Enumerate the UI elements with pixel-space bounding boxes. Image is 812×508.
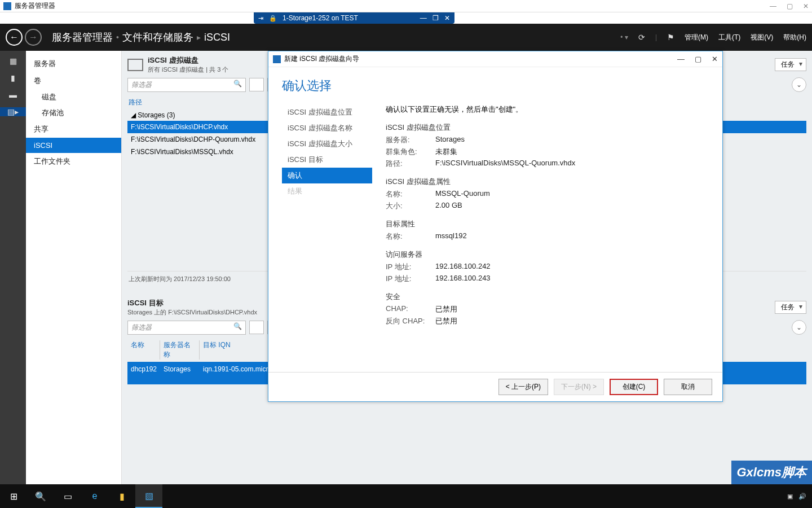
separator: | (655, 33, 657, 41)
iscsi-wizard-dialog: 新建 iSCSI 虚拟磁盘向导 — ▢ ✕ 确认选择 iSCSI 虚拟磁盘位置 … (268, 51, 723, 402)
search-icon[interactable]: 🔍 (27, 484, 54, 508)
col-server[interactable]: 服务器名称 (160, 340, 200, 360)
nav-volumes[interactable]: 卷 (26, 72, 121, 89)
refresh-icon[interactable]: ⟳ (638, 33, 645, 42)
close-icon[interactable]: ✕ (803, 2, 809, 10)
taskview-icon[interactable]: ▭ (54, 484, 81, 508)
lock-icon: 🔒 (269, 15, 277, 22)
wizard-title: 新建 iSCSI 虚拟磁盘向导 (284, 54, 359, 64)
nav-pools[interactable]: 存储池 (26, 105, 121, 121)
app-icon (3, 2, 11, 10)
step-target[interactable]: iSCSI 目标 (282, 152, 372, 168)
menu-help[interactable]: 帮助(H) (783, 33, 806, 42)
taskbar: ⊞ 🔍 ▭ e ▮ ▧ ▣ 🔊 (0, 484, 812, 508)
nav-back-button[interactable]: ← (6, 29, 23, 46)
next-button: 下一步(N) > (554, 379, 604, 395)
wizard-icon (273, 55, 281, 63)
watermark: Gxlcms脚本 (731, 461, 813, 484)
targets-subtitle: Storages 上的 F:\iSCSIVirtualDisks\DHCP.vh… (127, 308, 257, 317)
wizard-steps: iSCSI 虚拟磁盘位置 iSCSI 虚拟磁盘名称 iSCSI 虚拟磁盘大小 i… (282, 104, 372, 366)
menu-manage[interactable]: 管理(M) (685, 33, 708, 42)
breadcrumb: 服务器管理器 • 文件和存储服务 ▸ iSCSI (52, 30, 230, 44)
vm-restore-icon[interactable]: ❐ (433, 14, 439, 22)
panel-title: iSCSI 虚拟磁盘 (148, 55, 228, 65)
server-manager-header: ← → 服务器管理器 • 文件和存储服务 ▸ iSCSI • ▾ ⟳ | ⚑ 管… (0, 24, 812, 51)
left-nav: 服务器 卷 磁盘 存储池 共享 iSCSI 工作文件夹 (26, 51, 122, 484)
filter-dropdown[interactable] (249, 78, 264, 91)
targets-filter-input[interactable]: 筛选器 (127, 321, 246, 335)
group-target: 目标属性 (386, 219, 709, 229)
iscsi-icon[interactable]: ▤▸ (0, 107, 26, 116)
outer-window-title: 服务器管理器 (15, 1, 55, 11)
chevron-right-icon: • (116, 33, 119, 42)
group-properties: iSCSI 虚拟磁盘属性 (386, 177, 709, 187)
disks-icon[interactable]: ▬ (6, 90, 20, 99)
wizard-intro: 确认以下设置正确无误，然后单击"创建"。 (386, 104, 709, 115)
tray-sound-icon[interactable]: 🔊 (798, 493, 806, 500)
nav-iscsi[interactable]: iSCSI (26, 138, 121, 153)
step-confirm[interactable]: 确认 (282, 168, 372, 183)
breadcrumb-section[interactable]: 文件和存储服务 (122, 30, 193, 44)
servers-icon[interactable]: ▦ (6, 56, 20, 65)
nav-servers[interactable]: 服务器 (26, 55, 121, 72)
vm-title: 1-Storage1-252 on TEST (283, 14, 358, 22)
step-size[interactable]: iSCSI 虚拟磁盘大小 (282, 136, 372, 152)
targets-title: iSCSI 目标 (127, 298, 257, 308)
prev-button[interactable]: < 上一步(P) (498, 379, 548, 395)
step-location[interactable]: iSCSI 虚拟磁盘位置 (282, 104, 372, 120)
wizard-minimize-icon[interactable]: — (677, 55, 685, 63)
wizard-close-icon[interactable]: ✕ (712, 55, 718, 63)
group-access: 访问服务器 (386, 249, 709, 260)
menu-view[interactable]: 视图(V) (751, 33, 773, 42)
tasks-button[interactable]: 任务 (775, 58, 806, 71)
wizard-titlebar[interactable]: 新建 iSCSI 虚拟磁盘向导 — ▢ ✕ (268, 51, 722, 67)
nav-disks[interactable]: 磁盘 (26, 89, 121, 105)
nav-shares[interactable]: 共享 (26, 121, 121, 138)
targets-filter-dd[interactable] (249, 321, 264, 334)
dropdown-icon[interactable]: • ▾ (620, 33, 628, 41)
filter-input[interactable]: 筛选器 (127, 78, 246, 92)
menu-tools[interactable]: 工具(T) (718, 33, 740, 42)
step-name[interactable]: iSCSI 虚拟磁盘名称 (282, 120, 372, 136)
server-manager-task[interactable]: ▧ (135, 484, 162, 508)
volumes-icon[interactable]: ▮ (6, 73, 20, 82)
outer-window-titlebar: 服务器管理器 — ▢ ✕ (0, 0, 812, 12)
wizard-content: 确认以下设置正确无误，然后单击"创建"。 iSCSI 虚拟磁盘位置 服务器:St… (372, 104, 709, 366)
vm-connection-bar: ⇥ 🔒 1-Storage1-252 on TEST — ❐ ✕ (0, 12, 812, 24)
cancel-button[interactable]: 取消 (664, 379, 712, 395)
pin-icon[interactable]: ⇥ (258, 15, 263, 22)
wizard-footer: < 上一步(P) 下一步(N) > 创建(C) 取消 (268, 372, 722, 401)
nav-forward-button: → (25, 29, 42, 46)
minimize-icon[interactable]: — (770, 2, 776, 10)
expand-button[interactable]: ⌄ (792, 77, 806, 92)
breadcrumb-root[interactable]: 服务器管理器 (52, 30, 113, 44)
disk-icon (127, 59, 143, 71)
group-location: iSCSI 虚拟磁盘位置 (386, 122, 709, 133)
step-result: 结果 (282, 183, 372, 199)
ie-icon[interactable]: e (81, 484, 108, 508)
icon-strip: ▦ ▮ ▬ ▤▸ (0, 51, 26, 484)
targets-expand-button[interactable]: ⌄ (792, 320, 806, 335)
group-security: 安全 (386, 292, 709, 302)
flag-icon[interactable]: ⚑ (667, 33, 674, 42)
maximize-icon[interactable]: ▢ (787, 2, 793, 10)
nav-workfolders[interactable]: 工作文件夹 (26, 153, 121, 170)
tasupんtargets-button[interactable]: 任务 (775, 301, 806, 314)
panel-subtitle: 所有 iSCSI 虚拟磁盘 | 共 3 个 (148, 65, 228, 74)
breadcrumb-page[interactable]: iSCSI (204, 32, 230, 43)
wizard-heading: 确认选择 (268, 67, 722, 104)
start-button[interactable]: ⊞ (0, 484, 27, 508)
chevron-right-icon: ▸ (197, 33, 201, 42)
vm-close-icon[interactable]: ✕ (444, 14, 450, 22)
vm-minimize-icon[interactable]: — (420, 14, 427, 22)
create-button[interactable]: 创建(C) (610, 379, 658, 395)
tray-network-icon[interactable]: ▣ (787, 493, 793, 500)
explorer-icon[interactable]: ▮ (108, 484, 135, 508)
wizard-maximize-icon[interactable]: ▢ (695, 55, 701, 63)
col-name[interactable]: 名称 (127, 340, 160, 360)
